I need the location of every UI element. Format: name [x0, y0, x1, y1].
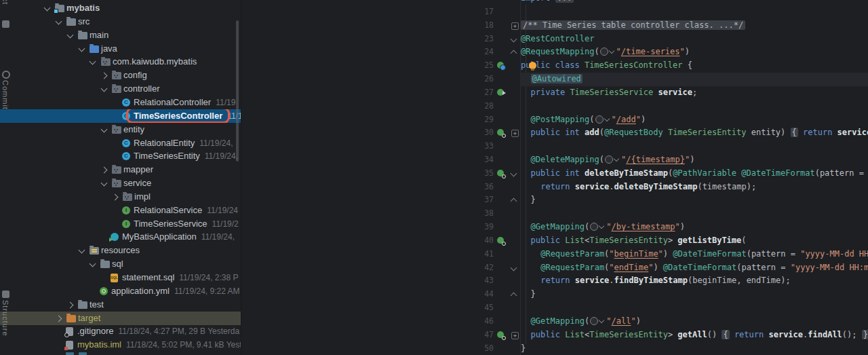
tree-row-entity[interactable]: entity [0, 123, 241, 136]
editor-line-24[interactable]: 24@RequestMapping("/time-series") [241, 45, 868, 59]
editor-line-25[interactable]: 25public class TimeSeriesController { [241, 59, 868, 73]
tree-row-java[interactable]: java [0, 42, 241, 56]
code-editor[interactable]: import ...1718+/** Time Series table con… [241, 0, 868, 355]
chevron-right-icon[interactable] [67, 301, 74, 308]
editor-line-35[interactable]: 35public int deleteByTimeStamp(@PathVari… [241, 167, 868, 181]
tree-row-RelationalEntity[interactable]: CRelationalEntity11/19/24, [0, 136, 241, 150]
tree-row-test[interactable]: test [0, 298, 241, 312]
tree-row-mapper[interactable]: mapper [0, 163, 241, 176]
chevron-right-icon[interactable] [101, 73, 108, 79]
chevron-down-icon[interactable] [79, 45, 85, 52]
editor-line-18[interactable]: 18+/** Time Series table controller clas… [241, 19, 868, 33]
editor-line-29[interactable]: 29@PostMapping("/add") [241, 113, 868, 127]
spring-mapping-icon[interactable] [497, 237, 505, 245]
url-inlay-icon[interactable] [605, 155, 613, 164]
inlay-dropdown-icon[interactable] [604, 115, 609, 121]
tree-row-TimeSeriesController[interactable]: CTimeSeriesController11/1 [0, 109, 241, 123]
tree-row-service[interactable]: service [0, 176, 241, 190]
fold-arrow-icon[interactable] [511, 264, 517, 271]
editor-line-34[interactable]: 34@DeleteMapping("/{timestamp}") [241, 153, 868, 167]
unfold-icon[interactable]: + [511, 22, 519, 30]
chevron-down-icon[interactable] [101, 86, 108, 92]
inlay-dropdown-icon[interactable] [599, 318, 604, 323]
project-icon[interactable] [2, 20, 9, 28]
toolwindow-button-structure[interactable]: Structure [1, 300, 9, 337]
editor-line-41[interactable]: 41@RequestParam("beginTime") @DateTimeFo… [241, 248, 868, 261]
editor-line-27[interactable]: 27private TimeSeriesService service; [241, 86, 868, 100]
toolwindow-button-project[interactable]: Project [1, 0, 9, 5]
tree-row-target[interactable]: target [0, 312, 241, 325]
tree-row-TimeSeriesEntity[interactable]: CTimeSeriesEntity11/19/24, [0, 149, 241, 163]
tree-row-RelationalService[interactable]: IRelationalService11/19/24 [0, 204, 241, 217]
tree-row-application-yml[interactable]: application.yml11/19/24, 9:22 AM [0, 284, 241, 298]
tree-row-main[interactable]: main [0, 29, 241, 42]
tree-row-resources[interactable]: resources [0, 244, 241, 257]
chevron-down-icon[interactable] [44, 5, 51, 12]
chevron-right-icon[interactable] [56, 315, 62, 322]
editor-line-44[interactable]: 44} [241, 288, 868, 301]
spring-autowired-icon[interactable] [497, 89, 505, 97]
chevron-right-icon[interactable] [101, 167, 108, 174]
structure-icon[interactable] [2, 291, 9, 298]
chevron-down-icon[interactable] [101, 126, 108, 132]
editor-line-40[interactable]: 40public List<TimeSeriesEntity> getListB… [241, 234, 868, 248]
chevron-down-icon[interactable] [90, 58, 96, 65]
tree-row-mybatis[interactable]: mybatis [0, 1, 241, 15]
url-inlay-icon[interactable] [590, 317, 598, 325]
tree-row-config[interactable]: config [0, 69, 241, 82]
url-inlay-icon[interactable] [600, 48, 608, 56]
editor-line[interactable]: import ... [241, 0, 868, 5]
editor-line-39[interactable]: 39@GetMapping("/by-timestamp") [241, 221, 868, 234]
editor-line-30[interactable]: 30+public int add(@RequestBody TimeSerie… [241, 126, 868, 140]
editor-line-38[interactable]: 38 [241, 207, 868, 221]
editor-line-50[interactable]: 50} [241, 342, 868, 355]
editor-line-28[interactable]: 28 [241, 100, 868, 113]
inlay-dropdown-icon[interactable] [608, 48, 614, 54]
fold-arrow-icon[interactable] [511, 170, 517, 176]
chevron-down-icon[interactable] [79, 247, 85, 254]
editor-line-36[interactable]: 36return service.deleteByTimeStamp(times… [241, 181, 868, 194]
editor-line-33[interactable]: 33 [241, 140, 868, 153]
editor-line-42[interactable]: 42@RequestParam("endTime") @DateTimeForm… [241, 261, 868, 275]
tree-scrollbar-thumb[interactable] [236, 20, 239, 162]
fold-arrow-icon[interactable] [511, 35, 517, 42]
fold-arrow-icon[interactable] [511, 198, 517, 205]
toolwindow-button-commit[interactable]: Commit [1, 80, 9, 110]
editor-line-26[interactable]: 26@Autowired [241, 73, 868, 86]
tree-row-RelationalController[interactable]: CRelationalController11/19 [0, 96, 241, 109]
tree-row-statement-sql[interactable]: statement.sql11/19/24, 2:38 P [0, 271, 241, 284]
tree-row--gitignore[interactable]: .gitignore11/18/24, 4:27 PM, 29 B Yester… [0, 324, 241, 338]
editor-line-46[interactable]: 46@GetMapping("/all") [241, 315, 868, 329]
tree-row-impl[interactable]: impl [0, 190, 241, 204]
editor-line-37[interactable]: 37} [241, 193, 868, 207]
tree-row-sql[interactable]: sql [0, 257, 241, 271]
editor-line-17[interactable]: 17 [241, 5, 868, 19]
editor-line-23[interactable]: 23@RestController [241, 33, 868, 46]
tree-row-MyBatisApplication[interactable]: MyBatisApplication11/19/24, [0, 230, 241, 244]
editor-line-45[interactable]: 45 [241, 301, 868, 315]
tree-row-src[interactable]: src [0, 15, 241, 29]
spring-mapping-icon[interactable] [497, 170, 505, 178]
tree-row-TimeSeriesService[interactable]: ITimeSeriesService11/19/2 [0, 217, 241, 231]
spring-mapping-icon[interactable] [497, 331, 505, 339]
url-inlay-icon[interactable] [590, 223, 598, 231]
spring-bean-icon[interactable] [497, 62, 505, 70]
chevron-down-icon[interactable] [90, 261, 96, 267]
fold-arrow-icon[interactable] [511, 293, 517, 299]
chevron-down-icon[interactable] [67, 31, 74, 38]
chevron-right-icon[interactable] [112, 193, 119, 200]
url-inlay-icon[interactable] [595, 115, 604, 124]
tree-row-mybatis-iml[interactable]: mybatis.iml11/18/24, 5:02 PM, 9.41 kB Ye… [0, 338, 241, 352]
commit-icon[interactable] [2, 71, 10, 79]
inlay-dropdown-icon[interactable] [599, 223, 604, 229]
spring-mapping-icon[interactable] [497, 129, 505, 137]
editor-line-47[interactable]: 47+public List<TimeSeriesEntity> getAll(… [241, 329, 868, 342]
chevron-down-icon[interactable] [101, 180, 108, 187]
inlay-dropdown-icon[interactable] [614, 156, 619, 162]
chevron-down-icon[interactable] [56, 18, 62, 24]
unfold-icon[interactable]: + [511, 332, 519, 339]
editor-line-43[interactable]: 43return service.findByTimeStamp(beginTi… [241, 274, 868, 288]
tree-row-controller[interactable]: controller [0, 82, 241, 96]
unfold-icon[interactable]: + [511, 130, 519, 137]
tree-row-com-kaiwudb-mybatis[interactable]: com.kaiwudb.mybatis [0, 55, 241, 69]
